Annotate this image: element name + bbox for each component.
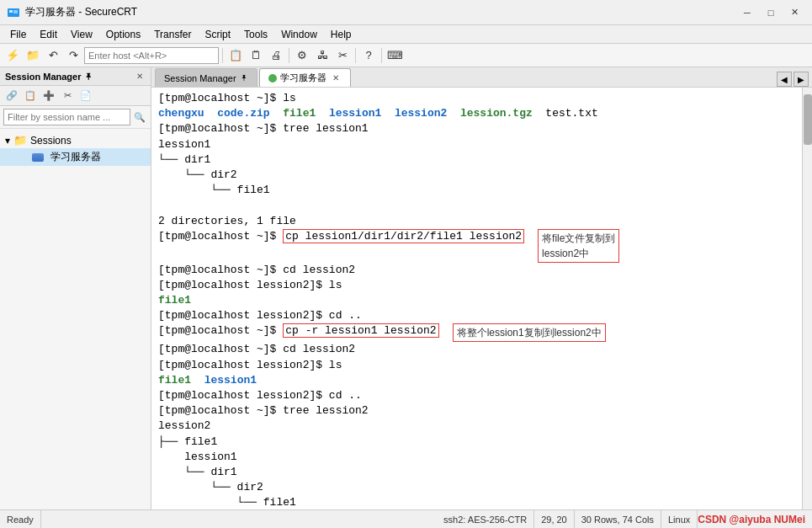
status-ssh: ssh2: AES-256-CTR: [437, 510, 534, 528]
host-input[interactable]: [84, 47, 219, 64]
tab-session-manager[interactable]: Session Manager 🖈: [155, 68, 257, 87]
toolbar-paste[interactable]: 🗒: [247, 46, 265, 65]
session-manager-header-left: Session Manager 🖈: [5, 72, 93, 82]
terminal-line-13: file1: [158, 293, 795, 308]
terminal-cp2-line: [tpm@localhost ~]$ cp -r lession1 lessio…: [158, 323, 795, 342]
tree-item-server[interactable]: 学习服务器: [0, 148, 151, 166]
sm-new-session-btn[interactable]: 📋: [22, 88, 39, 104]
tab-main-label: 学习服务器: [280, 72, 326, 84]
session-manager-close[interactable]: ✕: [134, 71, 146, 83]
menu-options[interactable]: Options: [99, 27, 147, 42]
tree-sessions-root[interactable]: ▾ 📁 Sessions: [0, 132, 151, 148]
terminal-line-20: [tpm@localhost ~]$ tree lession2: [158, 403, 795, 419]
cp1-highlight: cp lession1/dir1/dir2/file1 lession2: [283, 229, 524, 243]
toolbar: ⚡ 📁 ↶ ↷ 📋 🗒 🖨 ⚙ 🖧 ✂ ? ⌨: [0, 44, 812, 67]
terminal-line-21: lession2: [158, 419, 795, 434]
toolbar-open[interactable]: 📁: [24, 46, 42, 65]
sm-copy-btn[interactable]: 📄: [77, 88, 94, 104]
tab-session-pin: 🖈: [240, 73, 248, 83]
tab-bar: Session Manager 🖈 学习服务器 ✕ ◀ ▶: [151, 67, 812, 88]
toolbar-settings[interactable]: ⚙: [293, 46, 311, 65]
terminal-line-26: └── file1: [158, 495, 795, 509]
terminal-line-6: └── dir2: [158, 168, 795, 183]
window-controls: ─ □ ✕: [736, 4, 805, 21]
app-icon: [7, 6, 20, 19]
menu-bar: File Edit View Options Transfer Script T…: [0, 25, 812, 44]
terminal-line-9: 2 directories, 1 file: [158, 214, 795, 229]
menu-window[interactable]: Window: [274, 27, 324, 42]
minimize-button[interactable]: ─: [736, 4, 758, 21]
folder-icon: 📁: [13, 134, 27, 147]
scrollbar-thumb[interactable]: [804, 94, 812, 145]
terminal-scrollbar[interactable]: [802, 88, 812, 509]
svg-rect-1: [9, 10, 13, 13]
menu-help[interactable]: Help: [324, 27, 358, 42]
tab-nav-right[interactable]: ▶: [793, 72, 809, 87]
title-bar-left: 学习服务器 - SecureCRT: [7, 5, 137, 19]
terminal-area: [tpm@localhost ~]$ ls chengxu code.zip f…: [151, 88, 812, 509]
tab-nav-left[interactable]: ◀: [777, 72, 792, 87]
session-manager-header: Session Manager 🖈 ✕: [0, 67, 151, 86]
session-search-btn[interactable]: 🔍: [132, 109, 147, 125]
server-icon: [32, 153, 44, 162]
terminal-line-19: [tpm@localhost lession2]$ cd ..: [158, 388, 795, 403]
terminal-line-14: [tpm@localhost lession2]$ cd ..: [158, 308, 795, 323]
menu-edit[interactable]: Edit: [33, 27, 64, 42]
terminal-line-3: [tpm@localhost ~]$ tree lession1: [158, 121, 795, 136]
terminal-line-22: ├── file1: [158, 435, 795, 450]
sm-cut-btn[interactable]: ✂: [59, 88, 76, 104]
toolbar-copy[interactable]: 📋: [226, 46, 245, 65]
session-manager-panel: Session Manager 🖈 ✕ 🔗 📋 ➕ ✂ 📄 🔍 ▾ 📁 Sess…: [0, 67, 151, 509]
toolbar-new[interactable]: ⚡: [3, 46, 22, 65]
status-os: Linux: [661, 510, 698, 528]
terminal-line-5: └── dir1: [158, 152, 795, 168]
cp1-annotation: 将file文件复制到lession2中: [538, 229, 619, 263]
session-tree: ▾ 📁 Sessions 学习服务器: [0, 129, 151, 509]
terminal-line-17: [tpm@localhost lession2]$ ls: [158, 358, 795, 373]
cp2-annotation: 将整个lession1复制到lession2中: [453, 323, 606, 342]
toolbar-disconnect[interactable]: ✂: [333, 46, 352, 65]
terminal-line-11: [tpm@localhost ~]$ cd lession2: [158, 263, 795, 278]
menu-tools[interactable]: Tools: [237, 27, 274, 42]
status-watermark: CSDN @aiyuba NUMei: [698, 514, 805, 525]
terminal[interactable]: [tpm@localhost ~]$ ls chengxu code.zip f…: [151, 88, 802, 509]
close-button[interactable]: ✕: [783, 4, 805, 21]
sm-add-btn[interactable]: ➕: [40, 88, 57, 104]
terminal-line-15: [tpm@localhost ~]$ cp -r lession1 lessio…: [158, 323, 439, 339]
tab-main[interactable]: 学习服务器 ✕: [259, 68, 351, 87]
session-manager-title: Session Manager: [5, 72, 81, 82]
menu-script[interactable]: Script: [198, 27, 237, 42]
server-label: 学习服务器: [50, 150, 101, 164]
toolbar-redo[interactable]: ↷: [64, 46, 82, 65]
tab-connected-indicator: [268, 74, 277, 83]
toolbar-connect[interactable]: 🖧: [313, 46, 332, 65]
toolbar-undo[interactable]: ↶: [44, 46, 62, 65]
sm-connect-btn[interactable]: 🔗: [3, 88, 20, 104]
tab-navigation: ◀ ▶: [777, 72, 809, 87]
toolbar-separator-2: [289, 48, 289, 63]
terminal-line-16: [tpm@localhost ~]$ cd lession2: [158, 342, 795, 357]
toolbar-print[interactable]: 🖨: [267, 46, 285, 65]
menu-transfer[interactable]: Transfer: [147, 27, 198, 42]
sessions-label: Sessions: [30, 135, 72, 147]
session-manager-pin-icon[interactable]: 🖈: [84, 72, 93, 82]
status-bar: Ready ssh2: AES-256-CTR 29, 20 30 Rows, …: [0, 509, 812, 528]
status-size: 30 Rows, 74 Cols: [575, 510, 661, 528]
toolbar-help[interactable]: ?: [359, 46, 378, 65]
menu-file[interactable]: File: [3, 27, 33, 42]
session-manager-toolbar: 🔗 📋 ➕ ✂ 📄: [0, 86, 151, 106]
session-filter-input[interactable]: [3, 109, 130, 125]
tab-main-close[interactable]: ✕: [330, 72, 342, 84]
session-filter-wrap: 🔍: [0, 106, 151, 129]
window-title: 学习服务器 - SecureCRT: [25, 5, 137, 19]
status-ready: Ready: [7, 510, 41, 528]
maximize-button[interactable]: □: [760, 4, 782, 21]
menu-view[interactable]: View: [64, 27, 99, 42]
title-bar: 学习服务器 - SecureCRT ─ □ ✕: [0, 0, 812, 25]
toolbar-keymap[interactable]: ⌨: [385, 46, 404, 65]
expand-icon: ▾: [5, 135, 10, 147]
content-area: Session Manager 🖈 学习服务器 ✕ ◀ ▶ [tpm@local…: [151, 67, 812, 509]
toolbar-separator-4: [381, 48, 382, 63]
terminal-line-1: [tpm@localhost ~]$ ls: [158, 91, 795, 106]
terminal-line-12: [tpm@localhost lession2]$ ls: [158, 278, 795, 293]
